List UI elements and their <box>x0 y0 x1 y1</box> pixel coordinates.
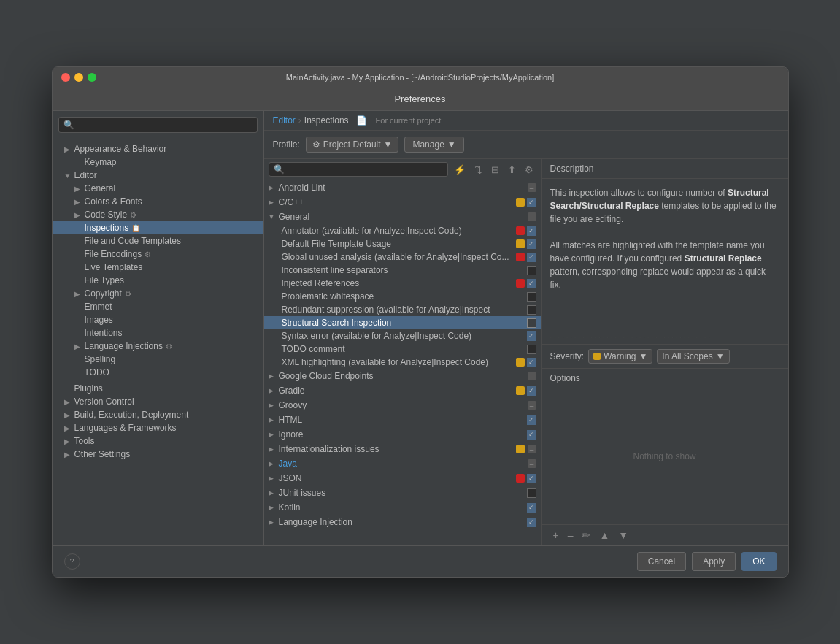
inspection-item-whitespace[interactable]: Problematic whitespace <box>264 290 541 303</box>
sidebar-item-live-templates[interactable]: Live Templates <box>53 261 263 274</box>
help-button[interactable]: ? <box>64 553 80 570</box>
breadcrumb-inspections: Inspections <box>304 115 349 126</box>
maximize-button[interactable] <box>88 73 96 82</box>
partial-check-badge: – <box>528 183 536 192</box>
expand-all-button[interactable]: ⇅ <box>471 163 485 177</box>
close-button[interactable] <box>61 73 70 82</box>
filter-button[interactable]: ⚡ <box>451 163 469 177</box>
item-checkbox[interactable]: ✓ <box>527 358 536 367</box>
sidebar-item-language-injections[interactable]: ▶ Language Injections ⚙ <box>53 340 263 353</box>
sidebar-item-inspections[interactable]: Inspections 📋 <box>53 221 263 234</box>
search-input[interactable] <box>58 117 258 133</box>
inspection-group-i18n[interactable]: ▶ Internationalization issues – <box>264 442 541 456</box>
collapse-button[interactable]: ⊟ <box>488 163 502 177</box>
group-checkbox[interactable]: ✓ <box>527 386 536 396</box>
item-checkbox[interactable]: ✓ <box>527 253 536 262</box>
sidebar-item-images[interactable]: Images <box>53 313 263 326</box>
sidebar-item-file-code-templates[interactable]: File and Code Templates <box>53 234 263 248</box>
remove-button[interactable]: – <box>565 528 577 543</box>
inspection-group-json[interactable]: ▶ JSON ✓ <box>264 471 541 486</box>
inspection-item-xml-highlight[interactable]: XML highlighting (available for Analyze|… <box>264 356 541 369</box>
sidebar-item-languages[interactable]: ▶ Languages & Frameworks <box>53 421 263 434</box>
sidebar-item-spelling[interactable]: Spelling <box>53 353 263 366</box>
export-button[interactable]: ⬆ <box>505 163 519 177</box>
description-body: This inspection allows to configure numb… <box>542 179 788 330</box>
cancel-button[interactable]: Cancel <box>637 552 686 571</box>
sidebar-item-version-control[interactable]: ▶ Version Control <box>53 395 263 408</box>
code-style-icon: ⚙ <box>130 211 136 219</box>
manage-button[interactable]: Manage ▼ <box>404 137 463 153</box>
inspection-group-kotlin[interactable]: ▶ Kotlin ✓ <box>264 500 541 515</box>
item-checkbox[interactable]: ✓ <box>527 331 536 341</box>
inspection-group-html[interactable]: ▶ HTML ✓ <box>264 413 541 427</box>
minimize-button[interactable] <box>74 73 83 82</box>
inspection-group-groovy[interactable]: ▶ Groovy – <box>264 398 541 413</box>
item-checkbox[interactable]: ✓ <box>527 279 536 288</box>
group-checkbox[interactable]: ✓ <box>527 518 536 527</box>
sidebar-item-appearance[interactable]: ▶ Appearance & Behavior <box>53 142 263 156</box>
group-checkbox[interactable] <box>527 488 536 498</box>
inspection-group-java[interactable]: ▶ Java – <box>264 456 541 471</box>
settings-button[interactable]: ⚙ <box>522 163 536 177</box>
inspection-list: ⚡ ⇅ ⊟ ⬆ ⚙ ▶ Android Lint – <box>264 159 542 545</box>
sidebar-item-code-style[interactable]: ▶ Code Style ⚙ <box>53 208 263 221</box>
inspection-item-annotator[interactable]: Annotator (available for Analyze|Inspect… <box>264 224 541 237</box>
ok-button[interactable]: OK <box>741 552 776 571</box>
item-checkbox[interactable]: ✓ <box>527 239 536 249</box>
severity-dropdown[interactable]: Warning ▼ <box>588 349 652 364</box>
sidebar-item-intentions[interactable]: Intentions <box>53 326 263 340</box>
add-button[interactable]: + <box>550 528 562 543</box>
sidebar-item-tools[interactable]: ▶ Tools <box>53 434 263 448</box>
apply-button[interactable]: Apply <box>692 552 736 571</box>
sidebar-item-todo[interactable]: TODO <box>53 366 263 379</box>
item-checkbox[interactable] <box>527 266 536 275</box>
item-checkbox[interactable] <box>527 305 536 315</box>
profile-dropdown[interactable]: ⚙ Project Default ▼ <box>306 137 399 153</box>
inspection-group-junit[interactable]: ▶ JUnit issues <box>264 486 541 500</box>
inspection-group-cpp[interactable]: ▶ C/C++ ✓ <box>264 195 541 210</box>
move-down-button[interactable]: ▼ <box>615 528 631 543</box>
sidebar-item-other-settings[interactable]: ▶ Other Settings <box>53 448 263 461</box>
inspection-item-default-file-template[interactable]: Default File Template Usage ✓ <box>264 237 541 250</box>
sidebar-item-general[interactable]: ▶ General <box>53 182 263 195</box>
group-checkbox[interactable]: ✓ <box>527 503 536 513</box>
inspection-item-injected-refs[interactable]: Injected References ✓ <box>264 277 541 290</box>
scope-dropdown[interactable]: In All Scopes ▼ <box>657 349 729 364</box>
group-checkbox[interactable]: ✓ <box>527 415 536 425</box>
item-color-badge <box>516 279 525 288</box>
group-checkbox[interactable]: ✓ <box>527 474 536 483</box>
inspection-group-ignore[interactable]: ▶ Ignore ✓ <box>264 427 541 442</box>
group-checkbox[interactable]: ✓ <box>527 430 536 440</box>
sidebar-item-keymap[interactable]: Keymap <box>53 156 263 169</box>
item-checkbox[interactable]: ✓ <box>527 226 536 236</box>
sidebar-item-plugins[interactable]: Plugins <box>53 382 263 395</box>
sidebar-item-emmet[interactable]: Emmet <box>53 300 263 313</box>
inspection-item-todo[interactable]: TODO comment <box>264 342 541 356</box>
sidebar-item-copyright[interactable]: ▶ Copyright ⚙ <box>53 287 263 300</box>
inspection-group-lang-inject[interactable]: ▶ Language Injection ✓ <box>264 515 541 529</box>
window-title: MainActivity.java - My Application - [~/… <box>286 73 555 82</box>
sidebar-item-label: Tools <box>74 436 95 446</box>
move-up-button[interactable]: ▲ <box>596 528 612 543</box>
inspection-item-global-unused[interactable]: Global unused analysis (available for An… <box>264 250 541 264</box>
group-checkbox[interactable]: ✓ <box>527 198 536 207</box>
inspection-group-general[interactable]: ▼ General – <box>264 210 541 224</box>
inspection-item-line-separators[interactable]: Inconsistent line separators <box>264 264 541 277</box>
inspection-search-input[interactable] <box>269 162 448 177</box>
sidebar-item-editor[interactable]: ▼ Editor <box>53 169 263 182</box>
inspection-group-gradle[interactable]: ▶ Gradle ✓ <box>264 383 541 398</box>
item-checkbox[interactable] <box>527 292 536 302</box>
inspection-item-structural-search[interactable]: Structural Search Inspection <box>264 316 541 329</box>
inspection-item-redundant[interactable]: Redundant suppression (available for Ana… <box>264 303 541 316</box>
preferences-dialog: MainActivity.java - My Application - [~/… <box>52 66 789 578</box>
item-checkbox[interactable] <box>527 345 536 354</box>
sidebar-item-file-types[interactable]: File Types <box>53 274 263 287</box>
sidebar-item-colors-fonts[interactable]: ▶ Colors & Fonts <box>53 195 263 208</box>
inspection-group-android-lint[interactable]: ▶ Android Lint – <box>264 180 541 195</box>
sidebar-item-build-exec[interactable]: ▶ Build, Execution, Deployment <box>53 408 263 421</box>
edit-button[interactable]: ✏ <box>579 528 593 543</box>
inspection-group-google-cloud[interactable]: ▶ Google Cloud Endpoints – <box>264 369 541 383</box>
inspection-item-syntax-error[interactable]: Syntax error (available for Analyze|Insp… <box>264 329 541 342</box>
sidebar-item-file-encodings[interactable]: File Encodings ⚙ <box>53 248 263 261</box>
item-checkbox[interactable] <box>527 318 536 328</box>
